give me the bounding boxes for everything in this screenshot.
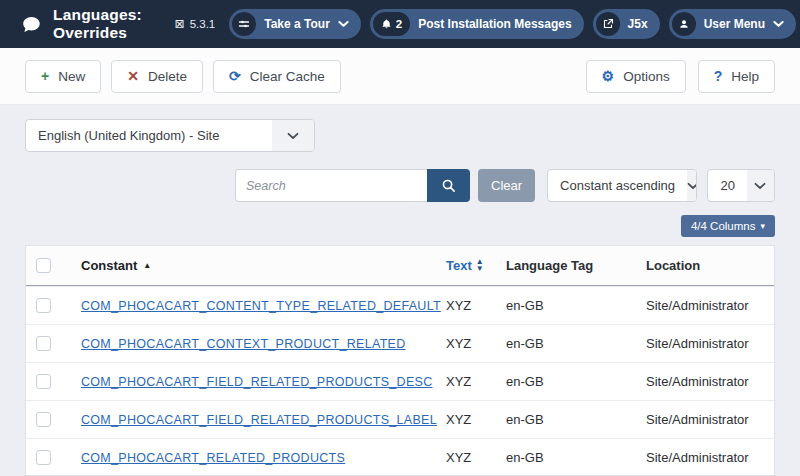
location-column-header: Location	[646, 258, 774, 273]
version-badge-icon: ⊠	[175, 17, 185, 31]
override-text: XYZ	[446, 298, 506, 313]
override-location: Site/Administrator	[646, 450, 774, 465]
chevron-down-icon	[338, 20, 349, 28]
override-text: XYZ	[446, 374, 506, 389]
search-input[interactable]	[235, 169, 427, 202]
row-checkbox[interactable]	[36, 450, 51, 465]
notification-count-badge: 2	[373, 12, 410, 36]
search-button[interactable]	[427, 169, 470, 202]
table-row: COM_PHOCACART_FIELD_RELATED_PRODUCTS_LAB…	[26, 400, 774, 438]
language-select-value: English (United Kingdom) - Site	[26, 120, 272, 151]
language-tag-column-header: Language Tag	[506, 258, 646, 273]
language-select[interactable]: English (United Kingdom) - Site	[25, 119, 315, 152]
columns-toggle-row: 4/4 Columns ▾	[25, 215, 775, 237]
help-button-label: Help	[731, 69, 759, 84]
override-location: Site/Administrator	[646, 374, 774, 389]
select-all-cell	[26, 258, 81, 273]
chat-bubble-icon	[22, 15, 41, 34]
row-checkbox[interactable]	[36, 374, 51, 389]
post-installation-messages-button[interactable]: 2 Post Installation Messages	[370, 9, 584, 39]
options-button-label: Options	[623, 69, 670, 84]
table-row: COM_PHOCACART_CONTEXT_PRODUCT_RELATED XY…	[26, 324, 774, 362]
gear-icon: ⚙	[602, 69, 615, 83]
constant-header-label: Constant	[81, 258, 137, 273]
external-link-icon	[596, 12, 620, 36]
override-language-tag: en-GB	[506, 336, 646, 351]
override-constant-link[interactable]: COM_PHOCACART_CONTEXT_PRODUCT_RELATED	[81, 337, 406, 351]
options-button[interactable]: ⚙ Options	[586, 60, 686, 93]
joomla-version: ⊠ 5.3.1	[175, 17, 216, 31]
j5x-label: J5x	[628, 17, 648, 31]
override-location: Site/Administrator	[646, 298, 774, 313]
version-number: 5.3.1	[190, 18, 216, 30]
chevron-down-icon	[747, 170, 774, 201]
text-header-label: Text	[446, 258, 472, 273]
sort-both-icon: ▲▼	[476, 259, 484, 272]
take-a-tour-button[interactable]: Take a Tour	[229, 9, 361, 39]
columns-toggle-button[interactable]: 4/4 Columns ▾	[681, 215, 775, 237]
new-button[interactable]: + New	[25, 60, 101, 93]
clear-cache-button[interactable]: ⟳ Clear Cache	[213, 60, 341, 93]
delete-button-label: Delete	[148, 69, 187, 84]
override-language-tag: en-GB	[506, 298, 646, 313]
search-filter-bar: Clear Constant ascending 20	[25, 169, 775, 202]
tour-sliders-icon	[232, 12, 256, 36]
select-all-checkbox[interactable]	[36, 258, 51, 273]
list-limit-value: 20	[708, 170, 746, 201]
columns-toggle-label: 4/4 Columns	[691, 220, 756, 232]
user-icon	[672, 12, 696, 36]
sort-order-value: Constant ascending	[548, 170, 687, 201]
row-checkbox[interactable]	[36, 298, 51, 313]
question-icon: ?	[714, 69, 723, 83]
override-location: Site/Administrator	[646, 412, 774, 427]
refresh-icon: ⟳	[229, 69, 241, 83]
override-text: XYZ	[446, 450, 506, 465]
override-location: Site/Administrator	[646, 336, 774, 351]
table-row: COM_PHOCACART_RELATED_PRODUCTS XYZ en-GB…	[26, 438, 774, 476]
caret-down-icon: ▾	[760, 221, 765, 231]
close-icon: ✕	[127, 69, 139, 83]
row-checkbox[interactable]	[36, 412, 51, 427]
override-text: XYZ	[446, 336, 506, 351]
text-column-header[interactable]: Text ▲▼	[446, 258, 506, 273]
sort-ascending-icon: ▲	[143, 261, 151, 270]
override-text: XYZ	[446, 412, 506, 427]
clear-cache-button-label: Clear Cache	[250, 69, 325, 84]
navbar-actions: Take a Tour 2 Post Installation Messages…	[229, 9, 796, 39]
override-language-tag: en-GB	[506, 412, 646, 427]
table-row: COM_PHOCACART_FIELD_RELATED_PRODUCTS_DES…	[26, 362, 774, 400]
row-checkbox[interactable]	[36, 336, 51, 351]
override-constant-link[interactable]: COM_PHOCACART_RELATED_PRODUCTS	[81, 451, 345, 465]
chevron-down-icon	[773, 20, 784, 28]
chevron-down-icon	[687, 170, 697, 201]
list-limit-select[interactable]: 20	[707, 169, 775, 202]
post-installation-label: Post Installation Messages	[418, 17, 571, 31]
toolbar-right-group: ⚙ Options ? Help	[586, 60, 775, 93]
sort-order-select[interactable]: Constant ascending	[547, 169, 697, 202]
take-a-tour-label: Take a Tour	[264, 17, 330, 31]
action-toolbar: + New ✕ Delete ⟳ Clear Cache ⚙ Options ?…	[0, 48, 800, 105]
user-menu-button[interactable]: User Menu	[669, 9, 796, 39]
top-navbar: Languages: Overrides ⊠ 5.3.1 Take a Tour…	[0, 0, 800, 48]
notification-count: 2	[396, 18, 402, 30]
override-constant-link[interactable]: COM_PHOCACART_FIELD_RELATED_PRODUCTS_LAB…	[81, 413, 437, 427]
new-button-label: New	[58, 69, 85, 84]
table-row: COM_PHOCACART_CONTENT_TYPE_RELATED_DEFAU…	[26, 286, 774, 324]
main-content: English (United Kingdom) - Site Clear Co…	[0, 119, 800, 476]
constant-column-header[interactable]: Constant ▲	[81, 258, 446, 273]
override-constant-link[interactable]: COM_PHOCACART_CONTENT_TYPE_RELATED_DEFAU…	[81, 299, 441, 313]
app-brand: Languages: Overrides	[22, 6, 175, 42]
chevron-down-icon	[272, 120, 314, 151]
search-icon	[441, 178, 456, 193]
bell-icon	[381, 18, 392, 30]
language-filter-row: English (United Kingdom) - Site	[25, 119, 775, 152]
override-constant-link[interactable]: COM_PHOCACART_FIELD_RELATED_PRODUCTS_DES…	[81, 375, 433, 389]
plus-icon: +	[41, 69, 49, 83]
j5x-link-button[interactable]: J5x	[593, 9, 660, 39]
help-button[interactable]: ? Help	[698, 60, 775, 93]
clear-button[interactable]: Clear	[478, 169, 535, 202]
user-menu-label: User Menu	[704, 17, 765, 31]
delete-button[interactable]: ✕ Delete	[111, 60, 203, 93]
overrides-table: Constant ▲ Text ▲▼ Language Tag Location…	[25, 245, 775, 476]
search-group	[235, 169, 470, 202]
